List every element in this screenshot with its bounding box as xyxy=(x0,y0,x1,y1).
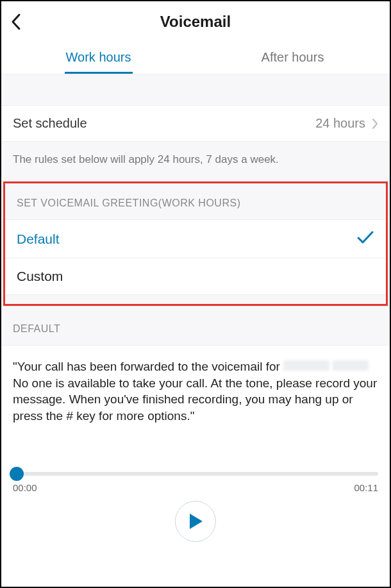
set-schedule-label: Set schedule xyxy=(13,116,87,131)
check-icon xyxy=(356,230,374,248)
playback-scrubber[interactable] xyxy=(13,472,378,476)
screen: Voicemail Work hours After hours Set sch… xyxy=(0,0,391,588)
header-bar: Voicemail xyxy=(1,1,390,38)
redacted-name-1 xyxy=(283,360,329,371)
greeting-text-suffix: No one is available to take your call. A… xyxy=(13,376,377,423)
greeting-options-highlight: SET VOICEMAIL GREETING(WORK HOURS) Defau… xyxy=(3,181,388,306)
svg-marker-0 xyxy=(190,514,203,529)
greeting-text-prefix: "Your call has been forwarded to the voi… xyxy=(13,360,283,373)
chevron-right-icon xyxy=(372,118,378,130)
play-icon xyxy=(187,512,204,530)
greeting-option-default-label: Default xyxy=(17,231,60,247)
playback-current-time: 00:00 xyxy=(13,482,37,493)
tab-work-hours-label: Work hours xyxy=(66,50,131,64)
tab-after-hours-label: After hours xyxy=(262,50,324,64)
tab-after-hours[interactable]: After hours xyxy=(196,38,390,74)
tab-work-hours[interactable]: Work hours xyxy=(1,38,196,74)
set-schedule-value: 24 hours xyxy=(315,116,365,131)
scrubber-thumb[interactable] xyxy=(10,467,24,481)
section-spacer xyxy=(1,74,390,106)
greeting-section-header: SET VOICEMAIL GREETING(WORK HOURS) xyxy=(5,183,386,220)
default-greeting-text: "Your call has been forwarded to the voi… xyxy=(1,346,390,431)
set-schedule-value-wrap: 24 hours xyxy=(315,116,378,131)
set-schedule-row[interactable]: Set schedule 24 hours xyxy=(1,106,390,142)
default-section-header: DEFAULT xyxy=(1,306,390,346)
tabs: Work hours After hours xyxy=(1,38,390,74)
play-button[interactable] xyxy=(175,501,216,542)
audio-player: 00:00 00:11 xyxy=(1,431,390,542)
play-controls xyxy=(13,501,378,542)
greeting-option-default[interactable]: Default xyxy=(5,220,386,258)
playback-times: 00:00 00:11 xyxy=(13,482,378,493)
redacted-name-2 xyxy=(333,360,369,371)
schedule-help-text: The rules set below will apply 24 hours,… xyxy=(1,142,390,182)
greeting-option-custom[interactable]: Custom xyxy=(5,258,386,295)
page-title: Voicemail xyxy=(10,13,381,31)
playback-duration: 00:11 xyxy=(354,482,378,493)
greeting-option-custom-label: Custom xyxy=(17,269,63,284)
section-padding xyxy=(5,295,386,304)
